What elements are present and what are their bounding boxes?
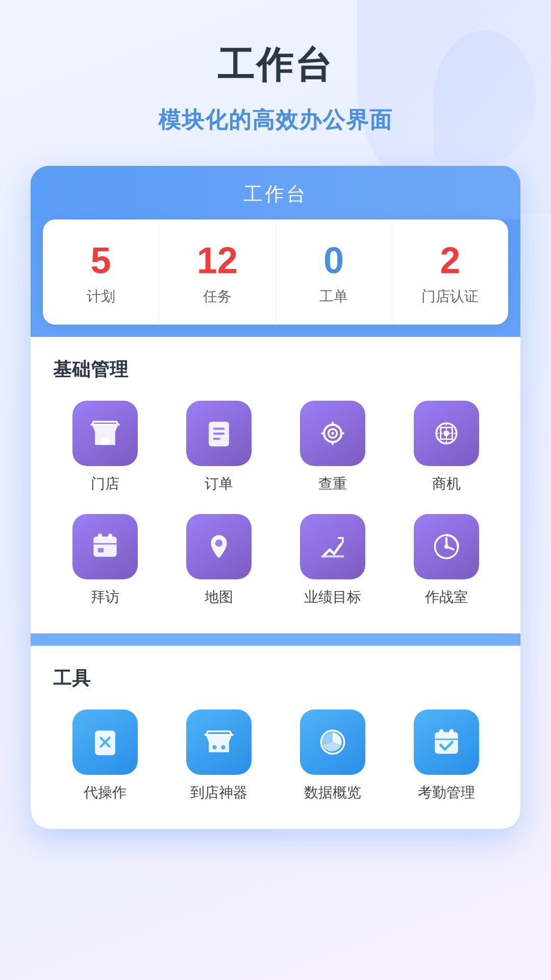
svg-rect-3 [213,433,224,435]
basic-item-warroom[interactable]: 作战室 [394,514,498,607]
svg-rect-33 [449,729,454,735]
stat-label-plan: 计划 [53,287,148,306]
stat-label-store_auth: 门店认证 [403,287,498,306]
stats-panel: 5 计划 12 任务 0 工单 2 门店认证 [43,219,508,325]
page-title: 工作台 [31,41,520,90]
icon-label-order: 订单 [205,474,233,494]
tools-grid: 代操作 到店神器 数据概览 考勤管理 [53,709,498,802]
basic-item-opportunity[interactable]: 商机 [394,401,498,494]
stat-item-store_auth[interactable]: 2 门店认证 [392,219,508,325]
stat-number-store_auth: 2 [403,242,498,279]
svg-rect-32 [439,729,443,735]
icon-label-store_device: 到店神器 [190,783,247,802]
icon-box-map [186,514,252,579]
basic-management-grid: 门店 订单 查重 商机 拜访 地图 业绩目标 作战室 [53,401,498,607]
page-subtitle: 模块化的高效办公界面 [31,105,520,135]
icon-box-warroom [414,514,479,579]
icon-label-dedup: 查重 [318,474,347,494]
svg-rect-22 [321,555,344,557]
stat-number-workorder: 0 [286,242,382,279]
icon-box-store [72,401,138,466]
svg-point-7 [331,432,334,435]
icon-label-visit: 拜访 [91,587,119,607]
icon-box-target [300,514,365,579]
basic-management-section: 基础管理 门店 订单 查重 商机 拜访 地图 [31,337,520,633]
tools-section: 工具 代操作 到店神器 数据概览 考勤管理 [31,646,520,829]
workbench-card: 工作台 5 计划 12 任务 0 工单 2 门店认证 基础管理 门店 订单 [31,166,520,829]
tools-title: 工具 [53,666,498,691]
icon-label-data_overview: 数据概览 [304,783,361,802]
stat-item-task[interactable]: 12 任务 [159,219,276,325]
svg-rect-2 [213,428,224,430]
basic-management-title: 基础管理 [53,357,498,382]
stat-item-workorder[interactable]: 0 工单 [276,219,392,325]
svg-rect-31 [435,732,458,754]
basic-item-order[interactable]: 订单 [167,401,270,494]
basic-item-map[interactable]: 地图 [167,514,270,607]
tool-item-data_overview[interactable]: 数据概览 [281,709,384,802]
icon-box-store_device [186,709,252,775]
card-header-title: 工作台 [243,183,308,205]
icon-box-data_overview [300,709,365,775]
basic-item-visit[interactable]: 拜访 [53,514,157,607]
svg-rect-20 [97,548,103,553]
stat-number-task: 12 [169,242,265,279]
svg-point-21 [215,540,222,547]
svg-rect-18 [108,534,112,540]
icon-box-visit [72,514,138,579]
icon-label-target: 业绩目标 [304,587,361,607]
icon-box-attendance [414,709,479,775]
svg-point-28 [212,745,217,750]
basic-item-dedup[interactable]: 查重 [281,401,384,494]
icon-label-store: 门店 [91,474,119,494]
icon-label-opportunity: 商机 [432,474,461,494]
svg-point-29 [221,745,226,750]
card-header: 工作台 [31,166,520,219]
svg-rect-0 [101,438,109,445]
icon-box-proxy_op [72,709,138,775]
icon-box-dedup [300,401,365,466]
icon-label-attendance: 考勤管理 [418,783,475,802]
stat-item-plan[interactable]: 5 计划 [43,219,159,325]
tool-item-attendance[interactable]: 考勤管理 [394,709,498,802]
icon-label-warroom: 作战室 [425,587,468,607]
svg-rect-16 [93,536,116,557]
icon-box-opportunity [414,401,479,466]
svg-point-26 [444,545,448,549]
icon-label-map: 地图 [205,587,233,607]
svg-rect-4 [213,438,220,440]
stat-number-plan: 5 [53,242,148,279]
icon-label-proxy_op: 代操作 [84,783,127,802]
stat-label-workorder: 工单 [286,287,382,306]
basic-item-store[interactable]: 门店 [53,401,157,494]
svg-rect-17 [97,534,102,540]
stat-label-task: 任务 [169,287,265,306]
basic-item-target[interactable]: 业绩目标 [281,514,384,607]
tool-item-proxy_op[interactable]: 代操作 [53,709,157,802]
icon-box-order [186,401,252,466]
tool-item-store_device[interactable]: 到店神器 [167,709,270,802]
